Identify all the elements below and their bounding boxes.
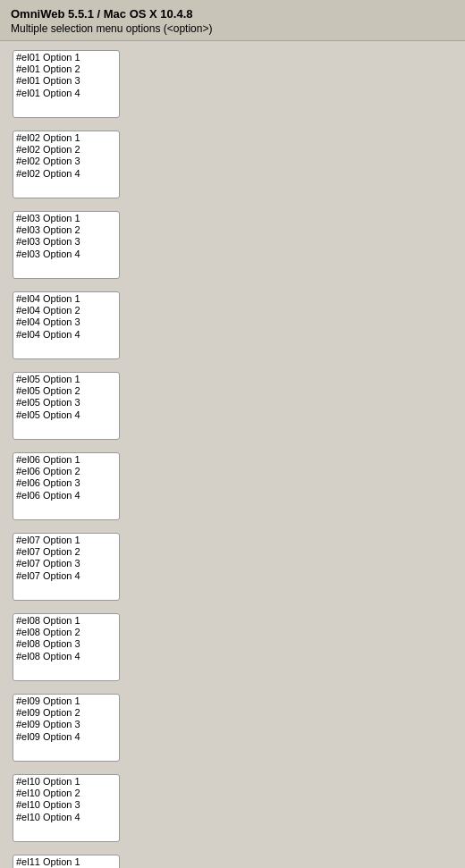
option-el01-4[interactable]: #el01 Option 4 [14,88,118,99]
option-el10-2[interactable]: #el10 Option 2 [14,788,118,799]
select-group-el07: #el07 Option 1#el07 Option 2#el07 Option… [13,533,452,601]
select-group-el02: #el02 Option 1#el02 Option 2#el02 Option… [13,131,452,198]
option-el09-2[interactable]: #el09 Option 2 [14,707,118,719]
option-el10-1[interactable]: #el10 Option 1 [14,776,118,788]
option-el03-2[interactable]: #el03 Option 2 [14,224,118,236]
option-el07-2[interactable]: #el07 Option 2 [14,546,118,558]
option-el02-1[interactable]: #el02 Option 1 [14,132,118,144]
option-el07-3[interactable]: #el07 Option 3 [14,558,118,569]
select-group-el04: #el04 Option 1#el04 Option 2#el04 Option… [13,291,452,359]
option-el02-3[interactable]: #el02 Option 3 [14,156,118,167]
select-el04[interactable]: #el04 Option 1#el04 Option 2#el04 Option… [13,291,120,359]
select-el11[interactable]: #el11 Option 1#el11 Option 2#el11 Option… [13,855,120,868]
option-el04-2[interactable]: #el04 Option 2 [14,305,118,316]
select-group-el03: #el03 Option 1#el03 Option 2#el03 Option… [13,211,452,279]
option-el06-2[interactable]: #el06 Option 2 [14,466,118,477]
option-el02-4[interactable]: #el02 Option 4 [14,168,118,180]
select-el01[interactable]: #el01 Option 1#el01 Option 2#el01 Option… [13,50,120,118]
page-header: OmniWeb 5.5.1 / Mac OS X 10.4.8 Multiple… [0,0,465,41]
option-el08-3[interactable]: #el08 Option 3 [14,638,118,650]
select-el06[interactable]: #el06 Option 1#el06 Option 2#el06 Option… [13,452,120,520]
select-group-el06: #el06 Option 1#el06 Option 2#el06 Option… [13,452,452,520]
option-el05-2[interactable]: #el05 Option 2 [14,385,118,397]
option-el03-1[interactable]: #el03 Option 1 [14,213,118,224]
option-el05-4[interactable]: #el05 Option 4 [14,409,118,421]
option-el06-1[interactable]: #el06 Option 1 [14,454,118,466]
option-el01-3[interactable]: #el01 Option 3 [14,75,118,87]
select-group-el09: #el09 Option 1#el09 Option 2#el09 Option… [13,694,452,762]
select-group-el11: #el11 Option 1#el11 Option 2#el11 Option… [13,855,452,868]
option-el06-4[interactable]: #el06 Option 4 [14,490,118,501]
option-el08-2[interactable]: #el08 Option 2 [14,627,118,638]
select-el02[interactable]: #el02 Option 1#el02 Option 2#el02 Option… [13,131,120,198]
option-el03-3[interactable]: #el03 Option 3 [14,236,118,248]
option-el04-3[interactable]: #el04 Option 3 [14,316,118,328]
option-el02-2[interactable]: #el02 Option 2 [14,144,118,156]
select-el08[interactable]: #el08 Option 1#el08 Option 2#el08 Option… [13,613,120,681]
option-el03-4[interactable]: #el03 Option 4 [14,249,118,260]
option-el05-3[interactable]: #el05 Option 3 [14,397,118,409]
option-el01-2[interactable]: #el01 Option 2 [14,63,118,75]
option-el05-1[interactable]: #el05 Option 1 [14,374,118,385]
option-el06-3[interactable]: #el06 Option 3 [14,477,118,489]
option-el08-1[interactable]: #el08 Option 1 [14,615,118,627]
option-el09-1[interactable]: #el09 Option 1 [14,695,118,707]
select-group-el01: #el01 Option 1#el01 Option 2#el01 Option… [13,50,452,118]
page-subtitle: Multiple selection menu options (<option… [11,22,454,35]
option-el08-4[interactable]: #el08 Option 4 [14,651,118,662]
option-el10-4[interactable]: #el10 Option 4 [14,812,118,823]
option-el04-1[interactable]: #el04 Option 1 [14,293,118,305]
option-el04-4[interactable]: #el04 Option 4 [14,329,118,341]
option-el01-1[interactable]: #el01 Option 1 [14,52,118,63]
option-el10-3[interactable]: #el10 Option 3 [14,799,118,811]
option-el11-1[interactable]: #el11 Option 1 [14,856,118,868]
select-group-el05: #el05 Option 1#el05 Option 2#el05 Option… [13,372,452,440]
select-el09[interactable]: #el09 Option 1#el09 Option 2#el09 Option… [13,694,120,762]
app-title: OmniWeb 5.5.1 / Mac OS X 10.4.8 [11,7,454,21]
option-el07-1[interactable]: #el07 Option 1 [14,535,118,546]
select-group-el08: #el08 Option 1#el08 Option 2#el08 Option… [13,613,452,681]
option-el07-4[interactable]: #el07 Option 4 [14,570,118,582]
select-el05[interactable]: #el05 Option 1#el05 Option 2#el05 Option… [13,372,120,440]
option-el09-4[interactable]: #el09 Option 4 [14,731,118,743]
select-group-el10: #el10 Option 1#el10 Option 2#el10 Option… [13,774,452,842]
select-el07[interactable]: #el07 Option 1#el07 Option 2#el07 Option… [13,533,120,601]
main-content: #el01 Option 1#el01 Option 2#el01 Option… [0,41,465,868]
select-el10[interactable]: #el10 Option 1#el10 Option 2#el10 Option… [13,774,120,842]
select-el03[interactable]: #el03 Option 1#el03 Option 2#el03 Option… [13,211,120,279]
option-el09-3[interactable]: #el09 Option 3 [14,719,118,730]
